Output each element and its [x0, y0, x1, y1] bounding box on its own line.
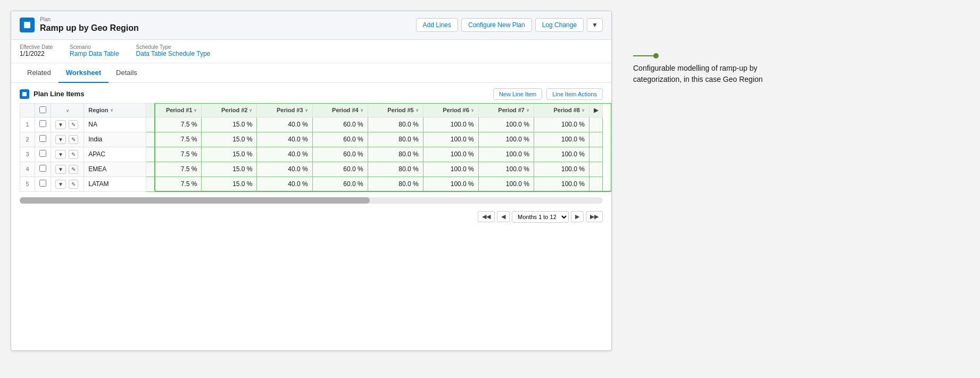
- callout-text: Configurable modelling of ramp-up by cat…: [633, 63, 771, 85]
- period6-sort-icon: ∨: [471, 108, 474, 113]
- horizontal-scrollbar[interactable]: [20, 197, 603, 204]
- tab-related[interactable]: Related: [20, 63, 59, 83]
- row-edit-button[interactable]: ✎: [69, 150, 78, 159]
- schedule-type-meta: Schedule Type Data Table Schedule Type: [136, 44, 211, 57]
- period4-label: Period #4: [332, 107, 359, 113]
- schedule-type-value[interactable]: Data Table Schedule Type: [136, 50, 211, 57]
- row-dropdown-button[interactable]: ▼: [55, 180, 66, 189]
- period6-sort[interactable]: Period #6 ∨: [443, 107, 474, 113]
- th-period6: Period #6 ∨: [423, 103, 478, 117]
- row-dropdown-button[interactable]: ▼: [55, 120, 66, 129]
- row-period-3: 40.0 %: [257, 117, 312, 132]
- period8-sort[interactable]: Period #8 ∨: [553, 107, 585, 113]
- svg-rect-1: [22, 92, 27, 96]
- line-item-actions-button[interactable]: Line Item Actions: [546, 88, 603, 100]
- row-checkbox[interactable]: [39, 150, 46, 157]
- row-checkbox[interactable]: [39, 120, 46, 127]
- svg-rect-0: [24, 22, 30, 28]
- row-period-4: 60.0 %: [312, 132, 368, 147]
- row-period-6: 100.0 %: [423, 162, 478, 177]
- period2-label: Period #2: [221, 107, 248, 113]
- row-checkbox-cell: [35, 117, 51, 132]
- row-region: LATAM: [84, 177, 146, 191]
- row-dropdown-button[interactable]: ▼: [55, 165, 66, 174]
- effective-date-label: Effective Date: [20, 44, 53, 50]
- period4-sort-icon: ∨: [360, 108, 363, 113]
- th-period4: Period #4 ∨: [312, 103, 368, 117]
- row-more: [589, 147, 603, 162]
- header-dropdown-button[interactable]: ▼: [587, 18, 603, 32]
- row-edit-button[interactable]: ✎: [69, 120, 78, 129]
- row-period-6: 100.0 %: [423, 177, 478, 191]
- period5-sort[interactable]: Period #5 ∨: [387, 107, 419, 113]
- region-label: Region: [88, 107, 108, 113]
- th-period3: Period #3 ∨: [257, 103, 312, 117]
- scrollbar-thumb[interactable]: [20, 197, 370, 204]
- page-first-button[interactable]: ◀◀: [478, 211, 495, 222]
- row-checkbox[interactable]: [39, 165, 46, 172]
- row-dropdown-button[interactable]: ▼: [55, 135, 66, 144]
- row-dropdown-button[interactable]: ▼: [55, 150, 66, 159]
- tab-details[interactable]: Details: [109, 63, 145, 83]
- row-period-4: 60.0 %: [312, 177, 368, 191]
- configure-new-plan-button[interactable]: Configure New Plan: [461, 18, 532, 32]
- row-checkbox[interactable]: [39, 135, 46, 142]
- tab-worksheet[interactable]: Worksheet: [59, 63, 109, 83]
- header-title-block: Plan Ramp up by Geo Region: [40, 16, 139, 34]
- period1-label: Period #1: [166, 107, 193, 113]
- row-period-1: 7.5 %: [146, 177, 202, 191]
- callout-wrapper: Configurable modelling of ramp-up by cat…: [633, 11, 771, 85]
- th-period7: Period #7 ∨: [478, 103, 534, 117]
- period7-sort[interactable]: Period #7 ∨: [498, 107, 529, 113]
- row-period-6: 100.0 %: [423, 132, 478, 147]
- period5-sort-icon: ∨: [416, 108, 419, 113]
- callout-arrow: [633, 53, 659, 58]
- row-edit-button[interactable]: ✎: [69, 165, 78, 174]
- row-period-4: 60.0 %: [312, 147, 368, 162]
- period2-sort[interactable]: Period #2 ∨: [221, 107, 253, 113]
- table-container: ∨ Region ∨ Peri: [11, 103, 611, 194]
- page-prev-button[interactable]: ◀: [497, 211, 510, 222]
- row-more: [589, 132, 603, 147]
- header-label: Plan: [40, 16, 139, 23]
- add-lines-button[interactable]: Add Lines: [416, 18, 458, 32]
- period3-sort[interactable]: Period #3 ∨: [277, 107, 308, 113]
- row-edit-button[interactable]: ✎: [69, 180, 78, 189]
- row-checkbox-cell: [35, 162, 51, 177]
- row-edit-button[interactable]: ✎: [69, 135, 78, 144]
- main-card: Plan Ramp up by Geo Region Add Lines Con…: [11, 11, 612, 351]
- row-period-8: 100.0 %: [534, 162, 589, 177]
- row-checkbox-cell: [35, 147, 51, 162]
- actions-sort-icon: ∨: [66, 108, 69, 113]
- region-sort[interactable]: Region ∨: [88, 107, 113, 113]
- row-checkbox-cell: [35, 132, 51, 147]
- new-line-item-button[interactable]: New Line Item: [493, 88, 542, 100]
- row-num: 1: [20, 117, 35, 132]
- page-next-button[interactable]: ▶: [571, 211, 584, 222]
- more-columns-icon[interactable]: ▶: [594, 107, 598, 113]
- period7-label: Period #7: [498, 107, 525, 113]
- page-last-button[interactable]: ▶▶: [586, 211, 603, 222]
- row-period-3: 40.0 %: [257, 147, 312, 162]
- row-period-5: 80.0 %: [368, 162, 423, 177]
- row-actions-cell: ▼ ✎: [51, 132, 84, 147]
- row-period-2: 15.0 %: [202, 147, 257, 162]
- page-range-select[interactable]: Months 1 to 12: [512, 211, 569, 223]
- row-region: NA: [84, 117, 146, 132]
- row-checkbox[interactable]: [39, 180, 46, 187]
- period1-sort[interactable]: Period #1 ∨: [166, 107, 197, 113]
- section-header: Plan Line Items New Line Item Line Item …: [11, 83, 611, 103]
- select-all-checkbox[interactable]: [39, 106, 46, 113]
- scenario-value[interactable]: Ramp Data Table: [70, 50, 119, 57]
- effective-date-meta: Effective Date 1/1/2022: [20, 44, 53, 57]
- row-period-7: 100.0 %: [478, 117, 534, 132]
- log-change-button[interactable]: Log Change: [535, 18, 584, 32]
- row-period-4: 60.0 %: [312, 162, 368, 177]
- row-period-5: 80.0 %: [368, 147, 423, 162]
- section-title: Plan Line Items: [20, 89, 84, 99]
- plan-line-items-table: ∨ Region ∨ Peri: [20, 103, 603, 192]
- th-region: Region ∨: [84, 103, 146, 117]
- row-period-6: 100.0 %: [423, 147, 478, 162]
- period4-sort[interactable]: Period #4 ∨: [332, 107, 363, 113]
- row-num: 5: [20, 177, 35, 191]
